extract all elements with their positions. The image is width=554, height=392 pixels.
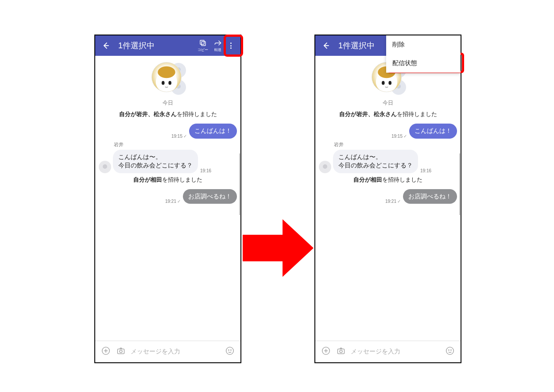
svg-rect-2 [200,40,204,44]
message-input[interactable]: メッセージを入力 [351,348,445,356]
chat-area-left[interactable]: 今日 自分が岩井、松永さんを招待しました 19:15✓ こんばんは！ 岩井 こん… [95,56,240,341]
read-check-icon: ✓ [177,199,181,204]
bubble-other[interactable]: こんばんは〜。 今日の飲み会どこにする？ [333,150,418,173]
sender-name: 岩井 [334,141,458,148]
chat-area-right[interactable]: 今日 自分が岩井、松永さんを招待しました 19:15✓ こんばんは！ 岩井 こん… [315,56,461,341]
svg-rect-23 [338,349,345,354]
bubble-self-selected[interactable]: お店調べるね！ [403,189,457,204]
svg-point-12 [226,347,234,355]
scroll-indicator [459,153,460,215]
svg-point-24 [340,350,342,353]
svg-point-18 [382,81,385,85]
date-label: 今日 [318,99,458,107]
group-main-avatar [151,62,182,92]
phone-right: 1件選択中 削除 配信状態 今日 自分が岩井、松永さんを招待しました 19:15… [314,35,461,363]
plus-icon[interactable] [321,346,331,357]
bubble-self[interactable]: こんばんは！ [409,124,457,139]
message-other-1[interactable]: こんばんは〜。 今日の飲み会どこにする？ 19:16 [99,150,237,173]
sender-name: 岩井 [114,141,238,148]
transition-arrow-icon [243,213,314,283]
emoji-icon[interactable] [225,346,235,357]
svg-point-4 [158,66,175,78]
svg-point-25 [446,347,454,355]
system-invite-1: 自分が岩井、松永さんを招待しました [98,110,238,118]
system-invite-1: 自分が岩井、松永さんを招待しました [318,110,458,118]
header-title: 1件選択中 [338,40,375,51]
input-bar: メッセージを入力 [95,341,240,362]
system-invite-2: 自分が相田を招待しました [98,176,238,184]
message-input[interactable]: メッセージを入力 [131,348,225,356]
input-bar: メッセージを入力 [315,341,461,362]
message-self-2-selected[interactable]: 19:21✓ お店調べるね！ [99,189,237,204]
svg-point-19 [388,81,391,85]
back-icon[interactable] [322,41,330,50]
emoji-icon[interactable] [445,346,455,357]
back-icon[interactable] [101,41,110,50]
message-time: 19:15✓ [171,134,187,139]
date-label: 今日 [98,99,238,107]
svg-point-5 [162,81,165,85]
read-check-icon: ✓ [183,134,187,139]
copy-button[interactable]: コピー [197,39,209,52]
message-time: 19:15✓ [391,134,407,139]
svg-rect-1 [201,42,205,46]
menu-item-delete[interactable]: 削除 [386,35,461,54]
read-check-icon: ✓ [397,199,401,204]
more-button[interactable] [225,40,236,51]
bubble-self[interactable]: こんばんは！ [189,124,237,139]
forward-icon [214,39,222,47]
message-time: 19:16 [200,168,211,173]
svg-point-26 [449,350,449,350]
svg-point-6 [168,81,171,85]
message-other-1[interactable]: こんばんは〜。 今日の飲み会どこにする？ 19:16 [319,150,457,173]
bubble-self-selected[interactable]: お店調べるね！ [183,189,237,204]
message-time: 19:16 [420,168,431,173]
header-title: 1件選択中 [118,40,155,51]
svg-rect-10 [118,349,124,354]
message-time: 19:21✓ [165,199,181,204]
scroll-indicator [239,153,240,215]
copy-icon [199,39,207,47]
message-self-2-selected[interactable]: 19:21✓ お店調べるね！ [319,189,457,204]
avatar-icon[interactable] [319,161,331,173]
forward-button[interactable]: 転送 [212,39,224,52]
system-invite-2: 自分が相田を招待しました [318,176,458,184]
avatar-icon[interactable] [99,161,111,173]
message-self-1[interactable]: 19:15✓ こんばんは！ [319,124,457,139]
copy-label: コピー [198,47,208,52]
camera-icon[interactable] [336,346,346,357]
svg-point-27 [451,350,451,350]
group-avatar[interactable] [151,62,184,95]
svg-marker-28 [243,219,314,277]
phone-left: 1件選択中 コピー 転送 今日 自分が岩井、松永さんを招待しました 19:15✓ [94,35,241,363]
bubble-other[interactable]: こんばんは〜。 今日の飲み会どこにする？ [113,150,198,173]
svg-point-13 [229,350,229,350]
svg-point-14 [231,350,231,350]
read-check-icon: ✓ [403,134,407,139]
message-time: 19:21✓ [385,199,401,204]
plus-icon[interactable] [101,346,111,357]
forward-label: 転送 [214,47,221,52]
message-self-1[interactable]: 19:15✓ こんばんは！ [99,124,237,139]
overflow-menu: 削除 配信状態 [386,35,461,73]
camera-icon[interactable] [116,346,126,357]
svg-point-11 [120,350,122,353]
menu-item-delivery-status[interactable]: 配信状態 [386,54,461,73]
selection-header: 1件選択中 コピー 転送 [95,35,240,56]
